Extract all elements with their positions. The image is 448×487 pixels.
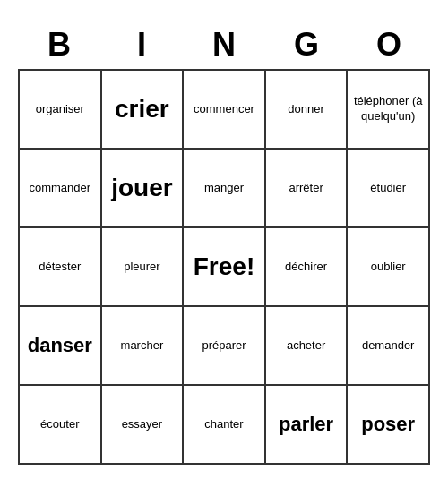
bingo-cell: déchirer bbox=[266, 228, 349, 307]
header-letter: I bbox=[100, 22, 183, 67]
bingo-grid: organisercriercommencerdonnertéléphoner … bbox=[18, 69, 430, 465]
bingo-header: BINGO bbox=[18, 22, 430, 67]
bingo-cell: commencer bbox=[184, 71, 266, 150]
bingo-cell: essayer bbox=[102, 386, 185, 465]
bingo-cell: arrêter bbox=[266, 150, 349, 228]
header-letter: O bbox=[348, 22, 430, 67]
bingo-cell: danser bbox=[20, 307, 102, 386]
bingo-cell: crier bbox=[102, 71, 185, 150]
bingo-cell: détester bbox=[20, 228, 102, 307]
bingo-cell: organiser bbox=[20, 71, 102, 150]
header-letter: G bbox=[265, 22, 348, 67]
bingo-cell: écouter bbox=[20, 386, 102, 465]
bingo-cell: poser bbox=[348, 386, 430, 465]
bingo-cell: oublier bbox=[348, 228, 430, 307]
bingo-cell: téléphoner (à quelqu'un) bbox=[348, 71, 430, 150]
bingo-cell: marcher bbox=[102, 307, 185, 386]
bingo-card: BINGO organisercriercommencerdonnertélép… bbox=[9, 13, 439, 474]
bingo-cell: pleurer bbox=[102, 228, 185, 307]
bingo-cell: acheter bbox=[266, 307, 349, 386]
bingo-cell: manger bbox=[184, 150, 266, 228]
bingo-cell: donner bbox=[266, 71, 349, 150]
bingo-cell: parler bbox=[266, 386, 349, 465]
bingo-cell: chanter bbox=[184, 386, 266, 465]
bingo-cell: Free! bbox=[184, 228, 266, 307]
bingo-cell: demander bbox=[348, 307, 430, 386]
bingo-cell: étudier bbox=[348, 150, 430, 228]
bingo-cell: préparer bbox=[184, 307, 266, 386]
header-letter: B bbox=[18, 22, 100, 67]
bingo-cell: jouer bbox=[102, 150, 185, 228]
header-letter: N bbox=[183, 22, 265, 67]
bingo-cell: commander bbox=[20, 150, 102, 228]
